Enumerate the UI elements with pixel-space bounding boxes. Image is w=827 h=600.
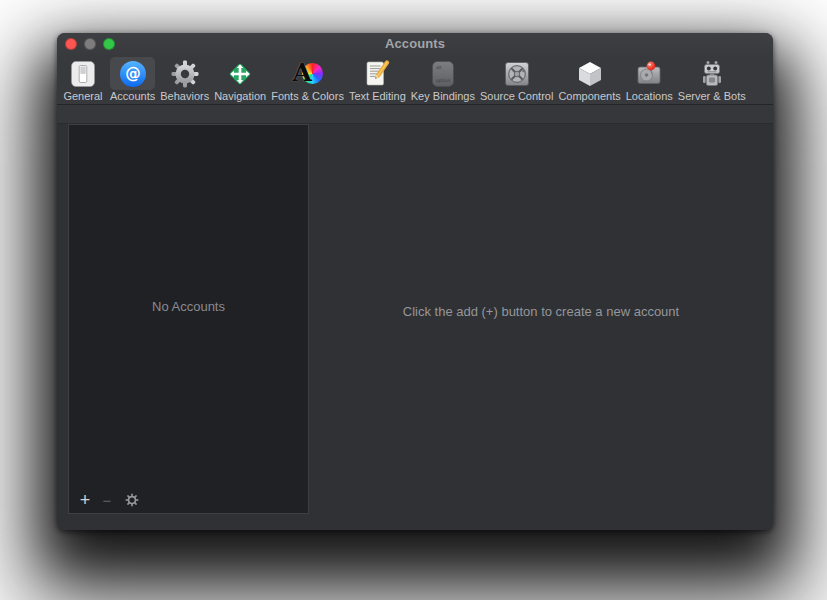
toolbar-item-label: General — [63, 90, 102, 102]
toolbar-item-behaviors[interactable]: Behaviors — [160, 55, 209, 102]
toolbar-item-key-bindings[interactable]: alt option Key Bindings — [411, 55, 475, 102]
toolbar-item-server-bots[interactable]: Server & Bots — [678, 55, 746, 102]
no-accounts-label: No Accounts — [152, 299, 225, 314]
preferences-content: No Accounts + − — [57, 104, 773, 530]
svg-text:option: option — [436, 77, 450, 82]
toolbar-item-label: Source Control — [480, 90, 553, 102]
remove-account-button[interactable]: − — [96, 489, 118, 511]
letter-a-colorwheel-icon: A — [271, 57, 344, 90]
svg-text:@: @ — [125, 65, 141, 83]
toolbar-item-label: Key Bindings — [411, 90, 475, 102]
minimize-button[interactable] — [84, 38, 96, 50]
zoom-button[interactable] — [103, 38, 115, 50]
robot-icon — [678, 57, 746, 90]
close-button[interactable] — [65, 38, 77, 50]
toolbar-item-locations[interactable]: Locations — [626, 55, 673, 102]
titlebar[interactable]: Accounts — [57, 33, 773, 55]
svg-text:alt: alt — [436, 64, 442, 69]
option-key-icon: alt option — [411, 57, 475, 90]
toolbar-item-text-editing[interactable]: Text Editing — [349, 55, 406, 102]
desktop: Accounts General — [0, 0, 827, 600]
account-actions-button[interactable] — [121, 489, 143, 511]
cube-icon — [558, 57, 620, 90]
empty-state-message: Click the add (+) button to create a new… — [403, 304, 679, 319]
toolbar-item-label: Fonts & Colors — [271, 90, 344, 102]
toolbar-item-label: Components — [558, 90, 620, 102]
vault-icon — [480, 57, 553, 90]
accounts-list[interactable]: No Accounts — [69, 125, 308, 487]
accounts-list-toolbar: + − — [69, 487, 308, 513]
toolbar-item-components[interactable]: Components — [558, 55, 620, 102]
switch-icon — [61, 57, 105, 90]
gear-icon — [125, 493, 139, 507]
toolbar-item-accounts[interactable]: @ Accounts — [110, 55, 155, 102]
document-pencil-icon — [349, 57, 406, 90]
window-title: Accounts — [57, 33, 773, 55]
letter-a: A — [293, 58, 312, 87]
toolbar-item-label: Navigation — [214, 90, 266, 102]
toolbar-item-label: Locations — [626, 90, 673, 102]
traffic-lights — [65, 38, 115, 50]
add-account-button[interactable]: + — [74, 489, 96, 511]
green-diamond-arrows-icon — [214, 57, 266, 90]
toolbar-item-navigation[interactable]: Navigation — [214, 55, 266, 102]
at-circle-icon: @ — [110, 57, 155, 90]
gear-icon — [160, 57, 209, 90]
toolbar-item-label: Text Editing — [349, 90, 406, 102]
preferences-toolbar: General @ Accounts — [57, 55, 773, 104]
toolbar-item-general[interactable]: General — [61, 55, 105, 102]
toolbar-item-label: Accounts — [110, 90, 155, 102]
toolbar-item-label: Behaviors — [160, 90, 209, 102]
account-detail-area: Click the add (+) button to create a new… — [309, 124, 773, 530]
toolbar-item-source-control[interactable]: Source Control — [480, 55, 553, 102]
harddrive-pin-icon — [626, 57, 673, 90]
toolbar-item-fonts-colors[interactable]: A Fonts & Colors — [271, 55, 344, 102]
toolbar-item-label: Server & Bots — [678, 90, 746, 102]
accounts-list-panel: No Accounts + − — [68, 124, 309, 514]
preferences-window: Accounts General — [57, 33, 773, 530]
